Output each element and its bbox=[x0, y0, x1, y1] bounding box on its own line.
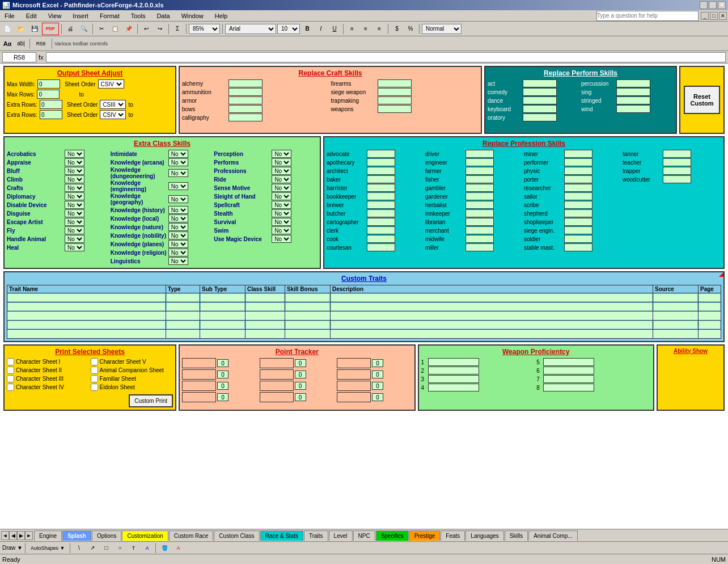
know-relig-select[interactable]: NoYes bbox=[168, 249, 188, 256]
formula-input[interactable] bbox=[46, 52, 726, 62]
know-local-select[interactable]: NoYes bbox=[168, 214, 188, 222]
prof-courtesan-input[interactable] bbox=[367, 243, 395, 251]
know-dung-select[interactable]: NoYes bbox=[168, 169, 188, 177]
prof-shepherd-input[interactable] bbox=[564, 209, 592, 217]
know-hist-select[interactable]: NoYes bbox=[168, 206, 188, 214]
wp8-input[interactable] bbox=[543, 384, 594, 392]
perf-stringed-input[interactable] bbox=[616, 96, 650, 104]
pt2-large[interactable] bbox=[182, 369, 216, 380]
aa-btn[interactable]: Aα bbox=[1, 37, 14, 50]
prof-engineer-input[interactable] bbox=[465, 158, 494, 166]
prof-brewer-input[interactable] bbox=[367, 201, 395, 209]
align-center-btn[interactable]: ≡ bbox=[359, 23, 372, 35]
bluff-select[interactable]: NoYes bbox=[65, 167, 84, 175]
pt12-large[interactable] bbox=[337, 392, 371, 402]
disable-select[interactable]: NoYes bbox=[65, 201, 84, 209]
pt11-large[interactable] bbox=[337, 381, 371, 391]
pt6-large[interactable] bbox=[260, 369, 294, 380]
prof-bookkeeper-input[interactable] bbox=[367, 192, 395, 200]
perf-wind-input[interactable] bbox=[616, 105, 650, 113]
intimidate-select[interactable]: NoYes bbox=[168, 150, 188, 158]
prof-cartographer-input[interactable] bbox=[367, 218, 395, 226]
prof-cook-input[interactable] bbox=[367, 235, 395, 243]
trait4-source[interactable] bbox=[654, 321, 697, 329]
pt1-large[interactable] bbox=[182, 358, 216, 368]
redo-btn[interactable]: ↪ bbox=[154, 23, 166, 35]
trait2-classskill[interactable] bbox=[246, 303, 284, 310]
prof-clerk-input[interactable] bbox=[367, 226, 395, 234]
percent-btn[interactable]: % bbox=[404, 23, 417, 35]
paste-btn[interactable]: 📌 bbox=[122, 23, 135, 35]
trait5-subtype[interactable] bbox=[201, 330, 244, 338]
wp6-input[interactable] bbox=[543, 367, 594, 374]
wp2-input[interactable] bbox=[428, 367, 479, 374]
trait2-subtype[interactable] bbox=[201, 303, 244, 310]
italic-btn[interactable]: I bbox=[315, 23, 327, 35]
line-btn[interactable]: \ bbox=[73, 542, 85, 554]
tab-languages[interactable]: Languages bbox=[465, 531, 504, 541]
swim-select[interactable]: NoYes bbox=[272, 226, 291, 234]
trait3-desc[interactable] bbox=[331, 312, 652, 319]
trait1-bonus[interactable] bbox=[286, 294, 329, 301]
sleight-select[interactable]: NoYes bbox=[272, 192, 291, 200]
reset-custom-btn[interactable]: Reset Custom bbox=[684, 86, 720, 114]
wordart-btn[interactable]: A bbox=[141, 542, 153, 554]
performs-select[interactable]: NoYes bbox=[272, 158, 291, 166]
pdf-btn[interactable]: PDF bbox=[42, 23, 59, 35]
prof-researcher-input[interactable] bbox=[564, 184, 592, 192]
help-input-area[interactable]: _ □ ✕ bbox=[596, 11, 727, 21]
know-arcana-select[interactable]: NoYes bbox=[168, 158, 188, 166]
currency-btn[interactable]: $ bbox=[391, 23, 403, 35]
craft-bows-input[interactable] bbox=[228, 105, 263, 113]
prof-siege-eng-input[interactable] bbox=[564, 226, 592, 234]
rect-btn[interactable]: □ bbox=[100, 542, 112, 554]
trait3-bonus[interactable] bbox=[286, 312, 329, 319]
copy-btn[interactable]: 📋 bbox=[109, 23, 121, 35]
extrarows1-input[interactable] bbox=[40, 100, 62, 109]
tab-nav-next[interactable]: ▶ bbox=[17, 531, 25, 540]
trait1-classskill[interactable] bbox=[246, 294, 284, 301]
menu-format[interactable]: Format bbox=[96, 11, 123, 20]
pt3-small[interactable] bbox=[217, 382, 228, 390]
tab-custom-race[interactable]: Custom Race bbox=[169, 531, 214, 541]
menu-window[interactable]: Window bbox=[178, 11, 207, 20]
trait2-source[interactable] bbox=[654, 303, 697, 310]
menu-tools[interactable]: Tools bbox=[128, 11, 149, 20]
prof-driver-input[interactable] bbox=[465, 150, 494, 158]
prof-herbalist-input[interactable] bbox=[465, 201, 494, 209]
trait5-source[interactable] bbox=[654, 330, 697, 338]
open-btn[interactable]: 📂 bbox=[15, 23, 27, 35]
prof-farmer-input[interactable] bbox=[465, 167, 494, 175]
know-nob-select[interactable]: NoYes bbox=[168, 232, 188, 239]
trait4-desc[interactable] bbox=[331, 321, 652, 329]
know-planes-select[interactable]: NoYes bbox=[168, 240, 188, 248]
trait4-classskill[interactable] bbox=[246, 321, 284, 329]
prof-gardener-input[interactable] bbox=[465, 192, 494, 200]
zoom-select[interactable]: 85% 100% bbox=[189, 24, 220, 34]
perf-comedy-input[interactable] bbox=[523, 88, 557, 96]
trait2-name[interactable] bbox=[8, 303, 165, 310]
pt9-large[interactable] bbox=[337, 358, 371, 368]
linguistics-select[interactable]: NoYes bbox=[168, 257, 188, 265]
check-sheet3-cb[interactable] bbox=[7, 375, 14, 382]
trait2-desc[interactable] bbox=[331, 303, 652, 310]
escape-select[interactable]: NoYes bbox=[65, 218, 84, 226]
prof-trapper-input[interactable] bbox=[663, 167, 691, 175]
pt12-small[interactable] bbox=[372, 393, 383, 401]
trait4-bonus[interactable] bbox=[286, 321, 329, 329]
wp4-input[interactable] bbox=[428, 384, 479, 392]
disguise-select[interactable]: NoYes bbox=[65, 209, 84, 217]
pt1-small[interactable] bbox=[217, 359, 228, 367]
menu-help[interactable]: Help bbox=[211, 11, 231, 20]
sheetorder3-select[interactable]: CSIVCSICSIICSIII bbox=[100, 110, 126, 119]
app-max-btn[interactable]: □ bbox=[710, 12, 718, 20]
tab-customization[interactable]: Customization bbox=[122, 531, 168, 541]
trait2-page[interactable] bbox=[699, 303, 720, 310]
wp3-input[interactable] bbox=[428, 375, 479, 383]
prof-butcher-input[interactable] bbox=[367, 209, 395, 217]
prof-baker-input[interactable] bbox=[367, 175, 395, 183]
check-eidolon-cb[interactable] bbox=[91, 384, 98, 391]
climb-select[interactable]: NoYes bbox=[65, 175, 84, 183]
sheetorder2-select[interactable]: CSIIICSICSIICSIV bbox=[100, 100, 126, 109]
prof-miller-input[interactable] bbox=[465, 243, 494, 251]
